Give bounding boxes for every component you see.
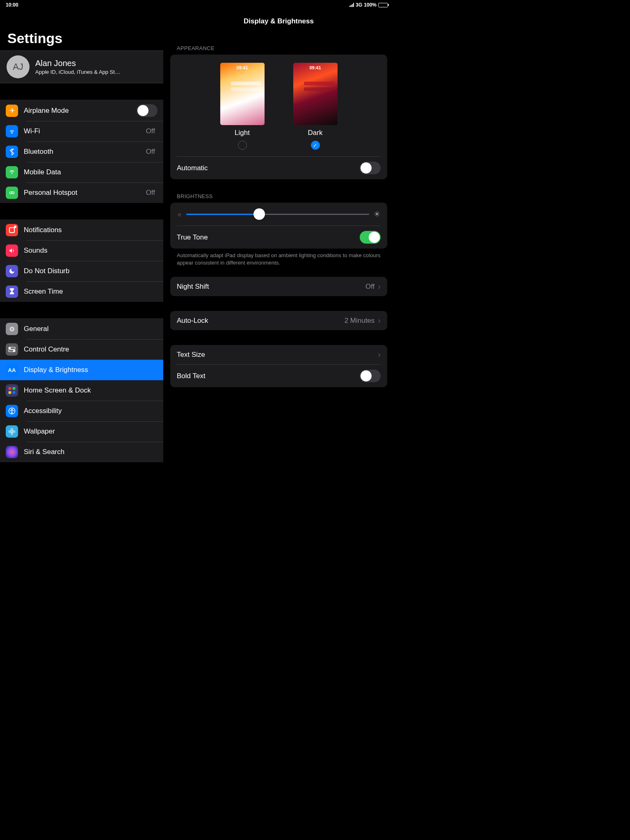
option-label: Light [235,129,250,137]
brightness-slider[interactable] [186,214,369,215]
airplane-icon: ✈︎ [6,105,18,117]
night-shift-row[interactable]: Night Shift Off › [170,277,387,296]
sidebar-item-control-centre[interactable]: Control Centre [0,339,163,360]
profile-name: Alan Jones [35,59,120,68]
sun-large-icon: ☀︎ [373,209,381,219]
row-label: Bold Text [177,372,360,380]
profile-row[interactable]: AJ Alan Jones Apple ID, iCloud, iTunes &… [0,50,163,83]
svg-rect-10 [9,391,11,394]
sidebar-item-dnd[interactable]: Do Not Disturb [0,261,163,281]
svg-rect-8 [9,387,11,390]
sidebar-item-general[interactable]: ⚙︎ General [0,319,163,339]
sidebar-item-accessibility[interactable]: Accessibility [0,401,163,421]
appearance-header: APPEARANCE [164,31,394,55]
gear-icon: ⚙︎ [6,323,18,335]
automatic-toggle[interactable] [360,162,381,174]
brightness-card: ☼ ☀︎ True Tone [170,203,387,249]
page-title: Settings [0,10,163,50]
row-value: Off [146,127,155,135]
row-label: Text Size [177,351,374,359]
avatar: AJ [7,55,30,78]
bold-text-row: Bold Text [170,365,387,387]
sidebar-item-mobile-data[interactable]: Mobile Data [0,162,163,183]
dark-radio[interactable]: ✓ [311,141,320,150]
status-bar: 10:00 3G 100% [0,0,394,10]
row-value: 2 Minutes [345,317,375,325]
dark-preview: 09:41 [293,63,338,125]
row-label: Control Centre [24,345,158,354]
sidebar-item-hotspot[interactable]: Personal Hotspot Off [0,183,163,203]
accessibility-icon [6,405,18,417]
truetone-row: True Tone [170,226,387,249]
airplane-toggle[interactable] [137,104,158,117]
antenna-icon [6,166,18,178]
sidebar-item-sounds[interactable]: Sounds [0,240,163,261]
sun-small-icon: ☼ [177,211,182,217]
brightness-header: BRIGHTNESS [164,179,394,203]
row-label: Bluetooth [24,148,146,156]
light-radio[interactable] [238,141,247,150]
sounds-icon [6,244,18,257]
auto-lock-row[interactable]: Auto-Lock 2 Minutes › [170,311,387,330]
sidebar-item-screen-time[interactable]: Screen Time [0,281,163,302]
battery-label: 100% [364,2,377,8]
row-label: Auto-Lock [177,317,345,325]
signal-icon [349,3,354,7]
home-screen-icon [6,384,18,397]
svg-point-13 [11,409,12,410]
sidebar-item-home-screen[interactable]: Home Screen & Dock [0,380,163,401]
row-label: Night Shift [177,283,365,291]
bold-text-toggle[interactable] [360,370,381,382]
siri-icon [6,446,18,458]
svg-point-3 [12,192,14,194]
row-label: Screen Time [24,288,158,296]
appearance-option-dark[interactable]: 09:41 Dark ✓ [293,63,338,150]
sidebar-item-notifications[interactable]: Notifications [0,220,163,240]
chevron-right-icon: › [374,282,381,291]
moon-icon [6,265,18,277]
row-value: Off [146,189,155,197]
svg-point-16 [11,433,13,435]
detail-pane: Display & Brightness APPEARANCE 09:41 Li… [164,10,394,525]
appearance-option-light[interactable]: 09:41 Light [220,63,265,150]
svg-point-2 [10,192,12,194]
sidebar-item-wifi[interactable]: Wi-Fi Off [0,121,163,142]
truetone-toggle[interactable] [360,231,381,244]
svg-point-18 [13,431,15,433]
sidebar-item-siri[interactable]: Siri & Search [0,442,163,462]
row-label: Do Not Disturb [24,267,158,275]
network-label: 3G [356,2,362,8]
row-label: Personal Hotspot [24,189,146,197]
battery-icon [378,3,388,7]
notifications-icon [6,224,18,236]
preview-time: 09:41 [293,65,338,70]
sidebar-item-display[interactable]: AA Display & Brightness [0,360,163,380]
check-icon: ✓ [313,142,317,148]
svg-point-17 [9,431,11,433]
svg-point-15 [11,429,13,431]
sidebar-item-airplane[interactable]: ✈︎ Airplane Mode [0,100,163,121]
row-label: Sounds [24,247,158,255]
svg-rect-9 [13,387,16,390]
row-label: Automatic [177,164,360,172]
preview-time: 09:41 [220,65,265,70]
brightness-slider-row: ☼ ☀︎ [170,203,387,226]
flower-icon [6,425,18,438]
sidebar-item-wallpaper[interactable]: Wallpaper [0,421,163,442]
row-label: Wallpaper [24,427,158,436]
svg-point-0 [11,133,12,133]
text-card: Text Size › Bold Text [170,345,387,387]
row-label: Accessibility [24,407,158,415]
sidebar-item-bluetooth[interactable]: Bluetooth Off [0,142,163,162]
chevron-right-icon: › [374,350,381,359]
profile-subtitle: Apple ID, iCloud, iTunes & App St… [35,68,120,75]
svg-point-5 [9,347,10,349]
text-size-row[interactable]: Text Size › [170,345,387,364]
row-label: Airplane Mode [24,107,137,115]
sidebar: Settings AJ Alan Jones Apple ID, iCloud,… [0,10,164,525]
option-label: Dark [308,129,323,137]
bluetooth-icon [6,146,18,158]
hourglass-icon [6,285,18,298]
auto-lock-card: Auto-Lock 2 Minutes › [170,311,387,330]
chevron-right-icon: › [374,316,381,325]
